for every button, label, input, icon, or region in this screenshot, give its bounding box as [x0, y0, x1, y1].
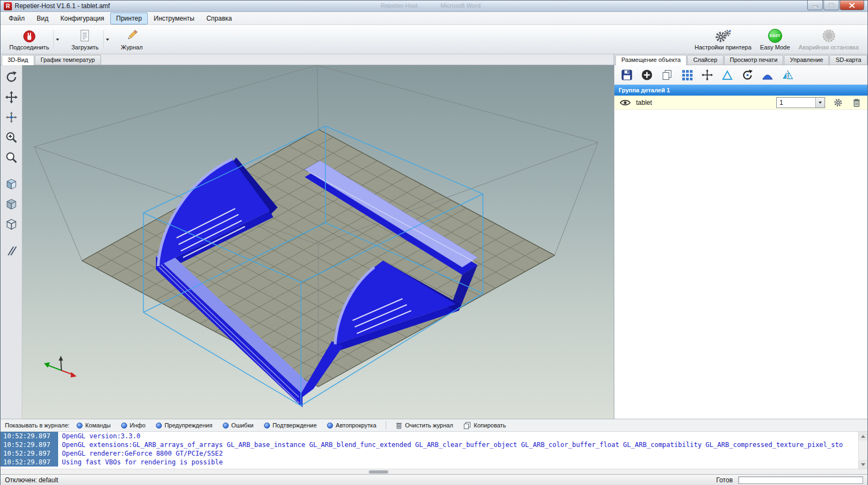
axes-indicator	[44, 356, 77, 377]
chevron-down-icon	[56, 39, 59, 41]
move-viewport-icon	[5, 111, 18, 124]
zoom-in-button[interactable]	[2, 128, 21, 147]
view-tool-column	[1, 65, 22, 419]
center-crosshair-icon	[701, 69, 713, 81]
scroll-up-button[interactable]	[859, 432, 867, 440]
toolbar-right-group: Настройки принтера EASY Easy Mode Аварий…	[690, 26, 863, 53]
panel-tabstrip: Размещение объекта Слайсер Просмотр печа…	[614, 54, 867, 65]
journal-button[interactable]: Журнал	[117, 26, 147, 53]
mirror-icon	[782, 69, 794, 81]
log-timestamp: 10:52:29.897	[1, 449, 58, 458]
log-horizontal-scrollbar[interactable]	[1, 469, 867, 474]
perspective-toggle-button[interactable]	[2, 242, 21, 260]
tab-temperature-graph[interactable]: График температур	[35, 55, 101, 65]
combobox-dropdown-button[interactable]	[815, 98, 825, 108]
minimize-button[interactable]	[807, 1, 823, 10]
filter-warnings[interactable]: Предупреждения	[153, 421, 216, 430]
filter-errors[interactable]: Ошибки	[219, 421, 257, 430]
background-window-text: Repetier-Host	[381, 2, 418, 9]
menu-tools[interactable]: Инструменты	[148, 12, 200, 24]
zoom-region-button[interactable]	[2, 148, 21, 167]
scale-object-button[interactable]	[720, 68, 734, 82]
rotate-object-button[interactable]	[740, 68, 754, 82]
menu-view[interactable]: Вид	[31, 12, 55, 24]
filter-ack[interactable]: Подтверждение	[261, 421, 320, 430]
grid-icon	[681, 69, 693, 81]
easy-mode-button[interactable]: EASY Easy Mode	[756, 26, 794, 53]
top-view-button[interactable]	[2, 215, 21, 234]
tab-slicer[interactable]: Слайсер	[687, 55, 723, 65]
filter-info[interactable]: Инфо	[118, 421, 149, 430]
object-group-header[interactable]: Группа деталей 1	[614, 85, 867, 96]
front-view-button[interactable]	[2, 195, 21, 213]
pencil-icon	[125, 29, 139, 43]
tab-print-preview[interactable]: Просмотр печати	[724, 55, 784, 65]
object-list-empty-area	[614, 110, 867, 419]
log-row: 10:52:29.897 Using fast VBOs for renderi…	[1, 458, 867, 467]
main-toolbar: Подсоединить Загрузить Журнал	[1, 25, 867, 54]
tab-manual-control[interactable]: Управление	[784, 55, 829, 65]
separator	[386, 421, 386, 430]
rotate-view-button[interactable]	[2, 68, 21, 86]
clear-log-button[interactable]: Очистить журнал	[392, 420, 457, 430]
isometric-view-button[interactable]	[2, 175, 21, 193]
multiply-object-button[interactable]	[680, 68, 694, 82]
plus-icon	[641, 69, 653, 81]
copy-object-button[interactable]	[660, 68, 674, 82]
log-timestamp: 10:52:29.897	[1, 432, 58, 440]
triangle-up-icon	[861, 435, 865, 438]
load-dropdown[interactable]	[103, 30, 111, 48]
move-object-button[interactable]	[2, 88, 21, 106]
move-viewport-button[interactable]	[2, 108, 21, 127]
easy-mode-icon: EASY	[768, 29, 782, 43]
filter-autoscroll[interactable]: Автопрокрутка	[324, 421, 380, 430]
log-list[interactable]: 10:52:29.897 OpenGL version:3.3.0 10:52:…	[1, 432, 867, 469]
ready-status: Готов	[716, 476, 733, 484]
object-row[interactable]: tablet 1	[614, 96, 867, 110]
object-count-value: 1	[777, 98, 815, 108]
scroll-down-button[interactable]	[859, 460, 867, 469]
center-object-button[interactable]	[700, 68, 714, 82]
move-icon	[5, 91, 18, 104]
object-count-combobox[interactable]: 1	[776, 97, 825, 108]
close-icon	[849, 3, 855, 8]
viewport-3d[interactable]	[22, 65, 614, 419]
filter-commands[interactable]: Команды	[73, 421, 114, 430]
chevron-down-icon	[819, 102, 822, 104]
menu-help[interactable]: Справка	[200, 12, 238, 24]
object-settings-button[interactable]	[833, 97, 844, 108]
printer-settings-button[interactable]: Настройки принтера	[690, 26, 756, 53]
lay-flat-button[interactable]	[760, 68, 775, 82]
save-button[interactable]	[620, 68, 634, 82]
eye-icon[interactable]	[620, 99, 631, 106]
connect-button[interactable]: Подсоединить	[5, 26, 53, 53]
menu-config[interactable]: Конфигурация	[54, 12, 110, 24]
titlebar[interactable]: R Repetier-Host V1.6.1 - tablet.amf Repe…	[1, 1, 867, 12]
tab-3d-view[interactable]: 3D-Вид	[2, 55, 34, 65]
add-object-button[interactable]	[640, 68, 654, 82]
cube-wireframe-icon	[5, 218, 18, 231]
tab-sd-card[interactable]: SD-карта	[829, 55, 867, 65]
load-file-icon	[78, 29, 92, 43]
log-vertical-scrollbar[interactable]	[858, 432, 867, 469]
log-message: OpenGL extensions:GL_ARB_arrays_of_array…	[58, 440, 843, 449]
blue-orb-icon	[156, 423, 162, 429]
blue-orb-icon	[121, 423, 127, 429]
scrollbar-thumb[interactable]	[369, 470, 388, 474]
copy-log-button[interactable]: Копировать	[460, 420, 509, 430]
maximize-button[interactable]	[823, 1, 839, 10]
menu-printer[interactable]: Принтер	[110, 12, 148, 24]
connect-dropdown[interactable]	[53, 30, 61, 48]
gear-icon	[833, 98, 843, 108]
magnifier-icon	[5, 151, 18, 164]
log-message: OpenGL version:3.3.0	[58, 432, 141, 440]
menu-file[interactable]: Файл	[3, 12, 31, 24]
view-tabstrip: 3D-Вид График температур	[1, 54, 614, 65]
emergency-stop-button[interactable]: Аварийная остановка	[794, 26, 863, 53]
object-delete-button[interactable]	[851, 97, 862, 108]
tab-object-placement[interactable]: Размещение объекта	[615, 55, 687, 65]
close-button[interactable]	[840, 1, 864, 10]
mirror-object-button[interactable]	[781, 68, 795, 82]
load-button[interactable]: Загрузить	[67, 26, 103, 53]
rotate-icon	[5, 71, 18, 84]
